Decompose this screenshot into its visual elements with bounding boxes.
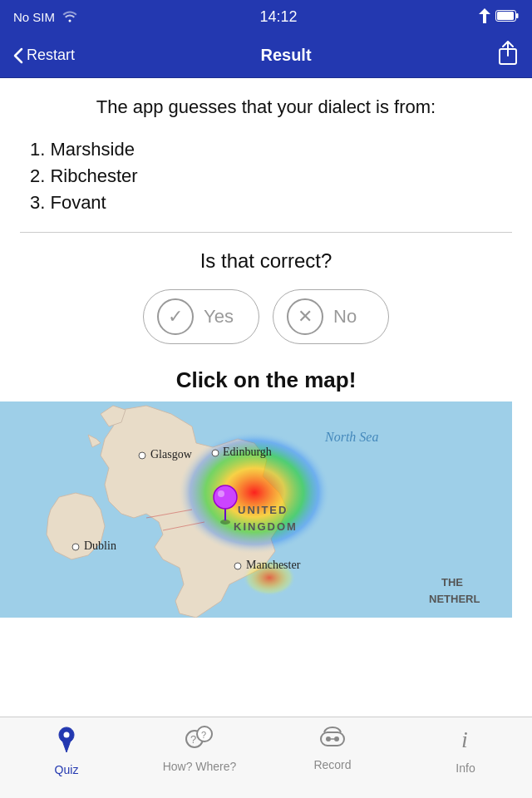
back-button[interactable]: Restart [13,47,75,64]
svg-point-32 [326,736,331,741]
tab-info[interactable]: i Info [399,726,532,775]
main-content: The app guesses that your dialect is fro… [0,78,532,393]
record-tab-label: Record [313,758,351,771]
nav-bar: Restart Result [0,33,532,78]
list-item: 3. Fovant [30,192,512,214]
svg-text:NETHERL: NETHERL [429,593,480,605]
info-tab-label: Info [456,761,475,775]
yes-no-row: ✓ Yes ✕ No [20,289,512,344]
record-icon [319,726,346,755]
info-icon: i [455,726,476,758]
status-left: No SIM [13,9,78,25]
svg-rect-1 [497,12,514,20]
tab-record[interactable]: Record [266,726,399,771]
svg-point-15 [212,450,219,456]
svg-point-33 [334,736,339,741]
share-button[interactable] [497,41,519,71]
headline-text: The app guesses that your dialect is fro… [20,95,512,121]
svg-text:THE: THE [441,576,463,589]
svg-text:KINGDOM: KINGDOM [234,520,298,533]
map-container[interactable]: Glasgow Edinburgh North Sea UNITED KINGD… [0,401,512,618]
svg-text:Glasgow: Glasgow [150,448,193,461]
svg-text:Edinburgh: Edinburgh [223,446,272,458]
map-instruction: Click on the map! [20,367,512,393]
dialect-list: 1. Marshside 2. Ribchester 3. Fovant [30,139,512,214]
svg-rect-2 [516,13,519,18]
map-svg[interactable]: Glasgow Edinburgh North Sea UNITED KINGD… [0,401,512,618]
no-sim-label: No SIM [13,10,55,24]
checkmark-icon: ✓ [157,298,194,335]
tab-quiz[interactable]: Quiz [0,726,133,776]
battery-icon [495,10,519,24]
status-right [479,8,519,26]
svg-text:UNITED: UNITED [238,504,288,516]
how-where-tab-label: How? Where? [163,760,237,773]
tab-bar: Quiz ? ? How? Where? Record [0,717,532,798]
list-item: 1. Marshside [30,139,512,160]
tab-how-where[interactable]: ? ? How? Where? [133,726,266,773]
svg-text:Dublin: Dublin [84,539,116,552]
svg-text:i: i [461,727,468,752]
svg-point-26 [64,732,70,738]
no-label: No [333,306,357,328]
svg-point-22 [234,563,241,569]
yes-button[interactable]: ✓ Yes [143,289,259,344]
svg-point-12 [218,490,224,497]
how-where-icon: ? ? [185,726,214,756]
svg-text:Manchester: Manchester [246,559,301,571]
quiz-icon [54,726,79,760]
back-label: Restart [27,47,75,64]
wifi-icon [62,9,78,25]
no-button[interactable]: ✕ No [273,289,389,344]
svg-point-13 [139,452,145,459]
svg-text:?: ? [201,730,206,740]
yes-label: Yes [204,306,234,328]
svg-text:North Sea: North Sea [324,430,378,444]
location-icon [479,8,490,26]
quiz-tab-label: Quiz [55,763,79,776]
correct-question: Is that correct? [20,249,512,273]
svg-point-20 [72,544,79,550]
cross-icon: ✕ [287,298,323,335]
divider [20,232,512,233]
page-title: Result [260,46,311,65]
list-item: 2. Ribchester [30,165,512,187]
status-bar: No SIM 14:12 [0,0,532,33]
svg-text:?: ? [190,733,196,746]
svg-point-11 [214,485,237,509]
status-time: 14:12 [259,8,297,26]
